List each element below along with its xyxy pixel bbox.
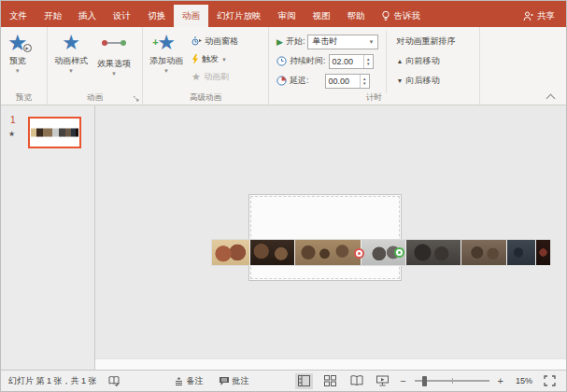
animation-pane-label: 动画窗格 <box>205 35 238 48</box>
chevron-down-icon: ▼ <box>221 57 227 63</box>
preview-group-label: 预览 <box>1 92 47 104</box>
tab-help[interactable]: 帮助 <box>339 5 374 27</box>
tab-transitions[interactable]: 切换 <box>139 5 174 27</box>
duration-spinner[interactable]: ▲▼ <box>363 55 372 68</box>
add-animation-button[interactable]: ★+ 添加动画 ▼ <box>145 31 188 93</box>
effect-options-label: 效果选项 <box>97 58 131 70</box>
reading-view-button[interactable] <box>347 373 365 389</box>
slide-number: 1 <box>10 115 16 125</box>
move-later-label: 向后移动 <box>405 75 439 87</box>
slide-canvas[interactable] <box>95 105 566 370</box>
animation-painter-icon: ★ <box>191 71 201 83</box>
clock-icon <box>276 56 287 66</box>
star-icon: ★ <box>62 31 80 55</box>
filmstrip-photo <box>536 240 550 265</box>
duration-input[interactable]: 02.00 ▲▼ <box>329 54 374 69</box>
zoom-slider[interactable] <box>415 375 489 386</box>
tell-me-button[interactable]: 告诉我 <box>374 5 429 27</box>
animation-pane-button[interactable]: 动画窗格 <box>188 33 242 50</box>
zoom-in-button[interactable]: + <box>498 375 503 386</box>
slide-thumbnail[interactable] <box>28 117 81 148</box>
star-plus-icon: ★+ <box>157 31 176 55</box>
tab-view[interactable]: 视图 <box>305 5 339 27</box>
notes-button[interactable]: 备注 <box>174 375 204 387</box>
notes-label: 备注 <box>187 375 204 387</box>
timing-fields: ▶ 开始: 单击时 ▼ 持续时间: 02.00 ▲▼ <box>271 31 382 93</box>
chevron-down-icon: ▼ <box>15 68 21 74</box>
comments-button[interactable]: 批注 <box>219 375 249 387</box>
ribbon-animations: ★▶ 预览 ▼ 预览 ★ 动画样式 ▼ 效果选项 ▼ 动画 ★+ <box>1 27 566 105</box>
animation-styles-button[interactable]: ★ 动画样式 ▼ <box>50 31 92 93</box>
slide-sorter-view-button[interactable] <box>321 373 339 389</box>
spellcheck-button[interactable] <box>108 375 120 386</box>
zoom-thumb[interactable] <box>422 376 427 386</box>
animation-painter-label: 动画刷 <box>204 71 229 83</box>
fit-to-window-button[interactable] <box>541 373 559 389</box>
tab-home[interactable]: 开始 <box>35 5 70 27</box>
share-button[interactable]: 共享 <box>512 5 566 27</box>
delay-row: 延迟: 00.00 ▲▼ <box>276 71 378 91</box>
normal-view-button[interactable] <box>295 373 313 389</box>
slide-thumbnail-panel: 1 ★ <box>1 105 95 370</box>
trigger-button[interactable]: 触发 ▼ <box>188 50 242 68</box>
ribbon-group-preview: ★▶ 预览 ▼ 预览 <box>1 27 48 105</box>
chevron-down-icon: ▼ <box>368 39 374 45</box>
delay-value: 00.00 <box>326 77 361 86</box>
motion-path-start-handle[interactable] <box>394 247 404 258</box>
motion-path-end-handle[interactable] <box>354 248 364 259</box>
clock-delay-icon <box>276 76 287 86</box>
collapse-ribbon-icon[interactable] <box>547 94 555 99</box>
tab-animations[interactable]: 动画 <box>174 5 208 27</box>
slideshow-view-button[interactable] <box>374 373 391 389</box>
tab-slideshow[interactable]: 幻灯片放映 <box>208 5 270 27</box>
share-label: 共享 <box>537 10 555 22</box>
horizontal-scrollbar[interactable] <box>95 358 566 370</box>
animation-painter-button[interactable]: ★ 动画刷 <box>188 68 242 86</box>
delay-spinner[interactable]: ▲▼ <box>360 75 368 88</box>
statusbar-right-cluster: − + 15% <box>295 373 559 389</box>
delay-label: 延迟: <box>290 75 309 87</box>
preview-button[interactable]: ★▶ 预览 ▼ <box>3 31 33 93</box>
ribbon-group-timing: ▶ 开始: 单击时 ▼ 持续时间: 02.00 ▲▼ <box>269 27 480 105</box>
start-value: 单击时 <box>312 35 337 48</box>
slide-counter: 幻灯片 第 1 张，共 1 张 <box>8 375 97 387</box>
notes-icon <box>174 376 184 386</box>
start-play-icon: ▶ <box>276 37 283 47</box>
filmstrip-photo <box>295 240 361 265</box>
star-play-icon: ★▶ <box>7 31 28 55</box>
tab-insert[interactable]: 插入 <box>70 5 105 27</box>
add-animation-label: 添加动画 <box>149 55 183 67</box>
effect-options-button[interactable]: 效果选项 ▼ <box>92 31 135 93</box>
zoom-level[interactable]: 15% <box>512 376 532 385</box>
animation-pane-icon <box>191 36 202 47</box>
animation-styles-label: 动画样式 <box>54 55 88 67</box>
start-label: 开始: <box>286 35 305 48</box>
tab-review[interactable]: 审阅 <box>270 5 305 27</box>
zoom-out-button[interactable]: − <box>400 375 405 386</box>
delay-input[interactable]: 00.00 ▲▼ <box>325 74 370 89</box>
zoom-center-tick <box>452 378 453 384</box>
tab-design[interactable]: 设计 <box>105 5 139 27</box>
fit-to-window-icon <box>544 375 556 386</box>
comment-bubble-icon <box>219 376 230 386</box>
start-dropdown[interactable]: 单击时 ▼ <box>307 35 378 49</box>
filmstrip-photo <box>212 240 249 265</box>
spellcheck-book-icon <box>108 375 120 386</box>
reorder-heading: 对动画重新排序 <box>396 32 455 51</box>
move-earlier-label: 向前移动 <box>405 55 439 67</box>
preview-label: 预览 <box>9 55 26 67</box>
reorder-section: 对动画重新排序 ▲ 向前移动 ▼ 向后移动 <box>386 31 462 93</box>
start-row: ▶ 开始: 单击时 ▼ <box>276 32 378 51</box>
filmstrip-photo <box>461 240 506 265</box>
effect-options-icon <box>104 31 124 55</box>
filmstrip-picture[interactable] <box>212 240 550 265</box>
animation-group-label: 动画 <box>48 92 142 104</box>
slide-page[interactable] <box>248 194 402 281</box>
tab-file[interactable]: 文件 <box>1 5 35 27</box>
dialog-launcher-icon[interactable] <box>134 96 139 102</box>
advanced-animation-group-label: 高级动画 <box>143 92 268 104</box>
move-later-button[interactable]: ▼ 向后移动 <box>396 71 455 91</box>
move-earlier-button[interactable]: ▲ 向前移动 <box>396 51 455 71</box>
trigger-label: 触发 <box>202 53 219 65</box>
slideshow-icon <box>376 375 389 386</box>
